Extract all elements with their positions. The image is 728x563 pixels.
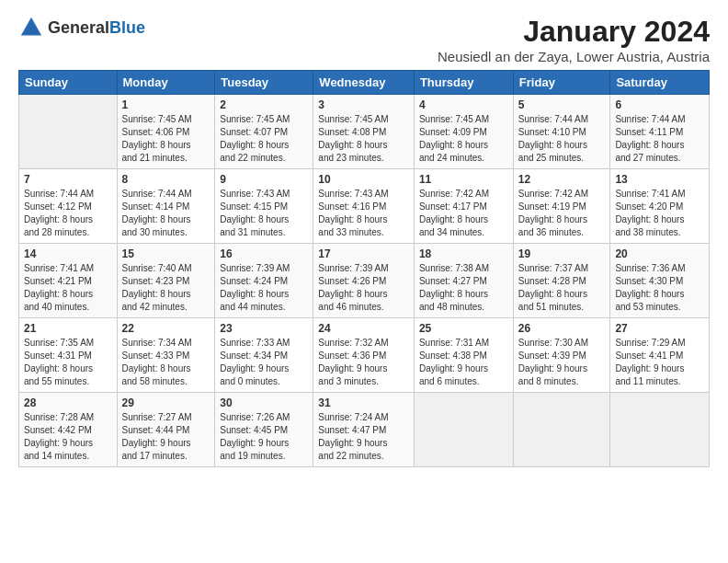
- day-number: 29: [122, 396, 210, 409]
- weekday-header: Friday: [513, 71, 610, 95]
- day-number: 18: [419, 247, 508, 260]
- calendar-cell: 3Sunrise: 7:45 AM Sunset: 4:08 PM Daylig…: [313, 95, 415, 169]
- day-info: Sunrise: 7:36 AM Sunset: 4:30 PM Dayligh…: [615, 262, 704, 314]
- calendar-cell: 13Sunrise: 7:41 AM Sunset: 4:20 PM Dayli…: [610, 169, 710, 244]
- day-number: 17: [318, 247, 409, 260]
- day-number: 21: [24, 322, 112, 335]
- day-number: 22: [122, 322, 210, 335]
- day-number: 14: [24, 247, 112, 260]
- day-number: 31: [318, 396, 409, 409]
- day-number: 2: [220, 98, 308, 111]
- calendar-cell: 20Sunrise: 7:36 AM Sunset: 4:30 PM Dayli…: [610, 244, 710, 318]
- calendar-header-row: SundayMondayTuesdayWednesdayThursdayFrid…: [19, 71, 710, 95]
- logo: GeneralBlue: [18, 15, 145, 40]
- day-info: Sunrise: 7:45 AM Sunset: 4:09 PM Dayligh…: [419, 113, 508, 165]
- calendar-cell: 8Sunrise: 7:44 AM Sunset: 4:14 PM Daylig…: [117, 169, 215, 244]
- day-info: Sunrise: 7:43 AM Sunset: 4:15 PM Dayligh…: [220, 188, 308, 239]
- calendar-cell: 7Sunrise: 7:44 AM Sunset: 4:12 PM Daylig…: [19, 169, 118, 244]
- calendar-table: SundayMondayTuesdayWednesdayThursdayFrid…: [18, 70, 710, 467]
- calendar-cell: 26Sunrise: 7:30 AM Sunset: 4:39 PM Dayli…: [513, 318, 610, 393]
- day-info: Sunrise: 7:37 AM Sunset: 4:28 PM Dayligh…: [518, 262, 606, 314]
- day-number: 25: [419, 322, 508, 335]
- calendar-cell: [414, 393, 513, 467]
- calendar-cell: 15Sunrise: 7:40 AM Sunset: 4:23 PM Dayli…: [117, 244, 215, 318]
- calendar-week-row: 1Sunrise: 7:45 AM Sunset: 4:06 PM Daylig…: [19, 95, 710, 169]
- weekday-header: Monday: [117, 71, 215, 95]
- day-info: Sunrise: 7:29 AM Sunset: 4:41 PM Dayligh…: [615, 337, 704, 388]
- day-number: 6: [615, 98, 704, 111]
- day-info: Sunrise: 7:28 AM Sunset: 4:42 PM Dayligh…: [24, 411, 112, 463]
- day-info: Sunrise: 7:45 AM Sunset: 4:08 PM Dayligh…: [318, 113, 409, 165]
- day-info: Sunrise: 7:42 AM Sunset: 4:19 PM Dayligh…: [518, 188, 606, 239]
- calendar-cell: 23Sunrise: 7:33 AM Sunset: 4:34 PM Dayli…: [215, 318, 313, 393]
- day-number: 24: [318, 322, 409, 335]
- calendar-cell: 10Sunrise: 7:43 AM Sunset: 4:16 PM Dayli…: [313, 169, 415, 244]
- day-number: 23: [220, 322, 308, 335]
- calendar-cell: 19Sunrise: 7:37 AM Sunset: 4:28 PM Dayli…: [513, 244, 610, 318]
- day-info: Sunrise: 7:43 AM Sunset: 4:16 PM Dayligh…: [318, 188, 409, 239]
- day-number: 8: [122, 173, 210, 186]
- day-info: Sunrise: 7:38 AM Sunset: 4:27 PM Dayligh…: [419, 262, 508, 314]
- calendar-cell: [610, 393, 710, 467]
- calendar-cell: 6Sunrise: 7:44 AM Sunset: 4:11 PM Daylig…: [610, 95, 710, 169]
- title-block: January 2024 Neusiedl an der Zaya, Lower…: [438, 15, 710, 64]
- day-number: 27: [615, 322, 704, 335]
- calendar-cell: 2Sunrise: 7:45 AM Sunset: 4:07 PM Daylig…: [215, 95, 313, 169]
- day-info: Sunrise: 7:44 AM Sunset: 4:12 PM Dayligh…: [24, 188, 112, 239]
- day-number: 4: [419, 98, 508, 111]
- day-number: 5: [518, 98, 606, 111]
- day-info: Sunrise: 7:32 AM Sunset: 4:36 PM Dayligh…: [318, 337, 409, 388]
- day-number: 1: [122, 98, 210, 111]
- day-number: 16: [220, 247, 308, 260]
- day-info: Sunrise: 7:44 AM Sunset: 4:14 PM Dayligh…: [122, 188, 210, 239]
- calendar-cell: 17Sunrise: 7:39 AM Sunset: 4:26 PM Dayli…: [313, 244, 415, 318]
- day-number: 20: [615, 247, 704, 260]
- calendar-cell: [513, 393, 610, 467]
- day-info: Sunrise: 7:44 AM Sunset: 4:10 PM Dayligh…: [518, 113, 606, 165]
- day-number: 15: [122, 247, 210, 260]
- calendar-cell: 22Sunrise: 7:34 AM Sunset: 4:33 PM Dayli…: [117, 318, 215, 393]
- calendar-cell: 25Sunrise: 7:31 AM Sunset: 4:38 PM Dayli…: [414, 318, 513, 393]
- day-info: Sunrise: 7:45 AM Sunset: 4:07 PM Dayligh…: [220, 113, 308, 165]
- calendar-cell: 14Sunrise: 7:41 AM Sunset: 4:21 PM Dayli…: [19, 244, 118, 318]
- day-info: Sunrise: 7:33 AM Sunset: 4:34 PM Dayligh…: [220, 337, 308, 388]
- calendar-cell: 4Sunrise: 7:45 AM Sunset: 4:09 PM Daylig…: [414, 95, 513, 169]
- main-title: January 2024: [438, 15, 710, 49]
- calendar-cell: 21Sunrise: 7:35 AM Sunset: 4:31 PM Dayli…: [19, 318, 118, 393]
- day-number: 12: [518, 173, 606, 186]
- day-info: Sunrise: 7:34 AM Sunset: 4:33 PM Dayligh…: [122, 337, 210, 388]
- calendar-cell: 29Sunrise: 7:27 AM Sunset: 4:44 PM Dayli…: [117, 393, 215, 467]
- day-number: 26: [518, 322, 606, 335]
- calendar-cell: 9Sunrise: 7:43 AM Sunset: 4:15 PM Daylig…: [215, 169, 313, 244]
- calendar-cell: 24Sunrise: 7:32 AM Sunset: 4:36 PM Dayli…: [313, 318, 415, 393]
- weekday-header: Thursday: [414, 71, 513, 95]
- calendar-cell: 30Sunrise: 7:26 AM Sunset: 4:45 PM Dayli…: [215, 393, 313, 467]
- day-info: Sunrise: 7:39 AM Sunset: 4:24 PM Dayligh…: [220, 262, 308, 314]
- subtitle: Neusiedl an der Zaya, Lower Austria, Aus…: [438, 49, 710, 64]
- page: GeneralBlue January 2024 Neusiedl an der…: [0, 0, 728, 563]
- calendar-cell: 28Sunrise: 7:28 AM Sunset: 4:42 PM Dayli…: [19, 393, 118, 467]
- day-info: Sunrise: 7:35 AM Sunset: 4:31 PM Dayligh…: [24, 337, 112, 388]
- day-info: Sunrise: 7:41 AM Sunset: 4:20 PM Dayligh…: [615, 188, 704, 239]
- day-info: Sunrise: 7:31 AM Sunset: 4:38 PM Dayligh…: [419, 337, 508, 388]
- day-number: 3: [318, 98, 409, 111]
- calendar-week-row: 28Sunrise: 7:28 AM Sunset: 4:42 PM Dayli…: [19, 393, 710, 467]
- calendar-cell: 12Sunrise: 7:42 AM Sunset: 4:19 PM Dayli…: [513, 169, 610, 244]
- day-number: 28: [24, 396, 112, 409]
- day-info: Sunrise: 7:30 AM Sunset: 4:39 PM Dayligh…: [518, 337, 606, 388]
- weekday-header: Saturday: [610, 71, 710, 95]
- calendar-cell: 27Sunrise: 7:29 AM Sunset: 4:41 PM Dayli…: [610, 318, 710, 393]
- logo-blue: Blue: [109, 18, 145, 37]
- header: GeneralBlue January 2024 Neusiedl an der…: [18, 15, 710, 64]
- calendar-cell: 16Sunrise: 7:39 AM Sunset: 4:24 PM Dayli…: [215, 244, 313, 318]
- calendar-cell: 1Sunrise: 7:45 AM Sunset: 4:06 PM Daylig…: [117, 95, 215, 169]
- day-info: Sunrise: 7:45 AM Sunset: 4:06 PM Dayligh…: [122, 113, 210, 165]
- logo-general: General: [48, 18, 109, 37]
- day-info: Sunrise: 7:44 AM Sunset: 4:11 PM Dayligh…: [615, 113, 704, 165]
- weekday-header: Wednesday: [313, 71, 415, 95]
- day-number: 10: [318, 173, 409, 186]
- calendar-week-row: 14Sunrise: 7:41 AM Sunset: 4:21 PM Dayli…: [19, 244, 710, 318]
- day-number: 7: [24, 173, 112, 186]
- day-info: Sunrise: 7:39 AM Sunset: 4:26 PM Dayligh…: [318, 262, 409, 314]
- calendar-cell: 5Sunrise: 7:44 AM Sunset: 4:10 PM Daylig…: [513, 95, 610, 169]
